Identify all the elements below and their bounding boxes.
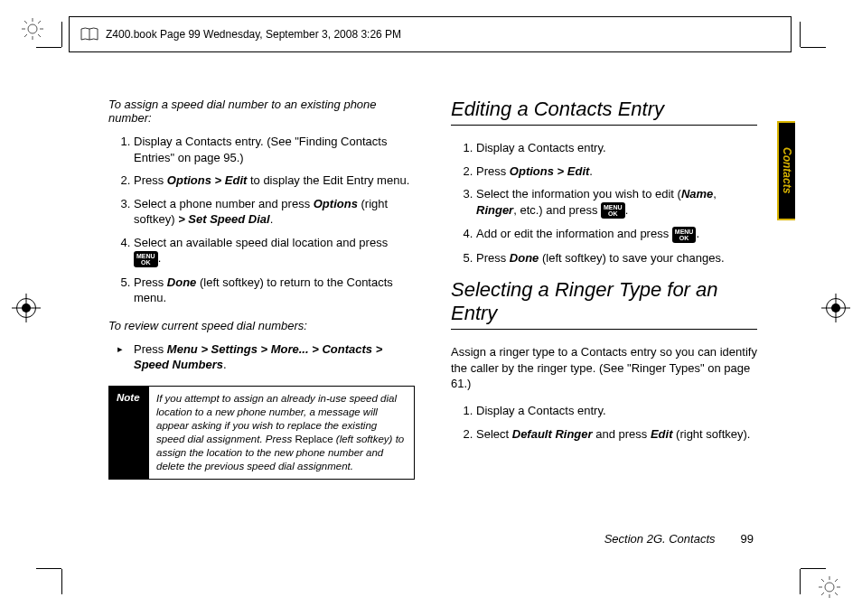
- crop-mark: [61, 569, 62, 594]
- section-tab-contacts: Contacts: [777, 121, 795, 220]
- crop-mark: [61, 22, 62, 47]
- crop-mark: [801, 568, 826, 569]
- page-meta-header: Z400.book Page 99 Wednesday, September 3…: [69, 16, 792, 52]
- procedure-steps: Display a Contacts entry. Select Default…: [451, 403, 757, 442]
- page-content: Contacts To assign a speed dial number t…: [69, 54, 793, 562]
- section-heading: Selecting a Ringer Type for an Entry: [451, 278, 757, 330]
- procedure-steps: Display a Contacts entry. Press Options …: [451, 140, 757, 266]
- svg-line-17: [835, 579, 838, 582]
- footer-section-label: Section 2G. Contacts: [604, 532, 716, 546]
- book-icon: [80, 27, 98, 42]
- body-paragraph: Assign a ringer type to a Contacts entry…: [451, 344, 757, 392]
- section-tab-label: Contacts: [781, 147, 793, 193]
- note-body: If you attempt to assign an already in-u…: [149, 387, 414, 479]
- menu-ok-key-icon: MENUOK: [134, 251, 158, 267]
- bullet-item: Press Menu > Settings > More... > Contac…: [108, 341, 415, 373]
- step: Press Options > Edit to display the Edit…: [134, 173, 415, 189]
- menu-ok-key-icon: MENUOK: [601, 202, 625, 219]
- step: Select the information you wish to edit …: [476, 186, 757, 219]
- note-box: Note If you attempt to assign an already…: [108, 386, 415, 480]
- registration-mark-icon: [16, 298, 36, 318]
- page-footer: Section 2G. Contacts 99: [604, 532, 754, 546]
- step: Select an available speed dial location …: [134, 235, 415, 267]
- svg-point-9: [825, 583, 834, 592]
- step: Display a Contacts entry.: [476, 140, 757, 156]
- svg-line-14: [821, 579, 824, 582]
- menu-ok-key-icon: MENUOK: [672, 227, 697, 243]
- svg-line-5: [24, 21, 27, 23]
- color-target-icon: [819, 576, 840, 598]
- page-meta-text: Z400.book Page 99 Wednesday, September 3…: [106, 28, 401, 41]
- procedure-heading: To assign a speed dial number to an exis…: [108, 98, 415, 125]
- page-number: 99: [741, 532, 754, 546]
- svg-line-16: [821, 593, 824, 595]
- color-target-icon: [22, 18, 43, 40]
- step: Display a Contacts entry. (See "Finding …: [134, 134, 415, 165]
- step: Press Done (left softkey) to save your c…: [476, 250, 757, 266]
- crop-mark: [36, 47, 61, 48]
- svg-line-8: [38, 21, 41, 23]
- step: Display a Contacts entry.: [476, 403, 757, 419]
- registration-mark-icon: [826, 298, 846, 318]
- svg-line-7: [24, 34, 27, 37]
- step: Press Options > Edit.: [476, 163, 757, 180]
- right-column: Editing a Contacts Entry Display a Conta…: [451, 98, 757, 518]
- section-heading: Editing a Contacts Entry: [451, 98, 757, 126]
- left-column: To assign a speed dial number to an exis…: [108, 98, 415, 518]
- step: Press Done (left softkey) to return to t…: [134, 275, 415, 306]
- procedure-heading: To review current speed dial numbers:: [108, 319, 415, 332]
- svg-point-0: [28, 24, 37, 33]
- procedure-steps: Display a Contacts entry. (See "Finding …: [108, 134, 415, 306]
- crop-mark: [800, 22, 801, 47]
- step: Select a phone number and press Options …: [134, 196, 415, 228]
- crop-mark: [801, 47, 826, 48]
- crop-mark: [36, 568, 61, 569]
- step: Select Default Ringer and press Edit (ri…: [476, 426, 757, 443]
- step: Add or edit the information and press ME…: [476, 226, 757, 243]
- svg-line-15: [835, 593, 838, 595]
- svg-line-6: [38, 34, 41, 37]
- note-label: Note: [109, 387, 149, 479]
- crop-mark: [800, 569, 801, 594]
